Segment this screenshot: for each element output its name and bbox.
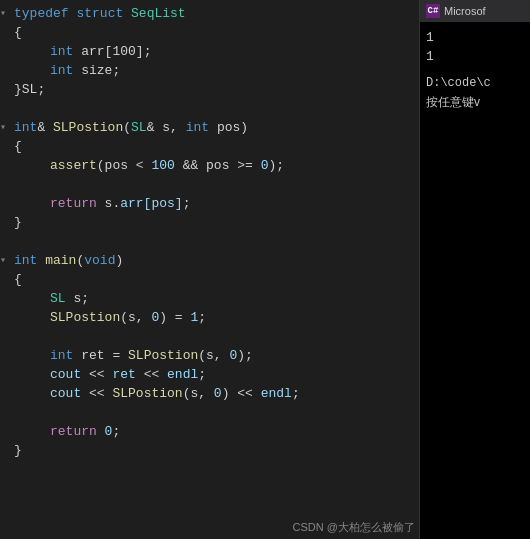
code-line: { bbox=[0, 270, 419, 289]
token: } bbox=[14, 443, 22, 458]
token: ; bbox=[198, 310, 206, 325]
token: >= bbox=[237, 158, 260, 173]
line-content: { bbox=[10, 270, 411, 289]
code-line: int size; bbox=[0, 61, 419, 80]
token: 0 bbox=[261, 158, 269, 173]
code-line: ▾typedef struct SeqList bbox=[0, 4, 419, 23]
token: (s, bbox=[120, 310, 151, 325]
token: ; bbox=[183, 196, 191, 211]
token: size; bbox=[81, 63, 120, 78]
fold-indicator: ▾ bbox=[0, 4, 10, 23]
code-line: ▾int main(void) bbox=[0, 251, 419, 270]
code-line: return s.arr[pos]; bbox=[0, 194, 419, 213]
code-line: { bbox=[0, 137, 419, 156]
token: void bbox=[84, 253, 115, 268]
token: << bbox=[89, 367, 112, 382]
token: int bbox=[14, 253, 45, 268]
token: SLPostion bbox=[112, 386, 182, 401]
token: }SL; bbox=[14, 82, 45, 97]
token: { bbox=[14, 25, 22, 40]
token: & s, bbox=[147, 120, 186, 135]
token: << bbox=[89, 386, 112, 401]
code-line: SL s; bbox=[0, 289, 419, 308]
token: arr[100]; bbox=[81, 44, 151, 59]
token: ; bbox=[112, 424, 120, 439]
fold-indicator: ▾ bbox=[0, 251, 10, 270]
token: ; bbox=[292, 386, 300, 401]
terminal-path: D:\code\c bbox=[426, 74, 524, 93]
terminal-panel: C# Microsof 11D:\code\c按任意键v bbox=[420, 0, 530, 539]
line-content: cout << SLPostion(s, 0) << endl; bbox=[46, 384, 411, 403]
token: { bbox=[14, 139, 22, 154]
line-content: } bbox=[10, 213, 411, 232]
token: SL bbox=[131, 120, 147, 135]
token: typedef bbox=[14, 6, 76, 21]
code-line: int arr[100]; bbox=[0, 42, 419, 61]
line-content: cout << ret << endl; bbox=[46, 365, 411, 384]
token: return bbox=[50, 424, 105, 439]
token: struct bbox=[76, 6, 131, 21]
token: 100 bbox=[151, 158, 182, 173]
terminal-title: Microsof bbox=[444, 5, 486, 17]
token: ) bbox=[115, 253, 123, 268]
token: int bbox=[50, 348, 81, 363]
line-content: }SL; bbox=[10, 80, 411, 99]
token: { bbox=[14, 272, 22, 287]
token: arr[pos] bbox=[120, 196, 182, 211]
token: ret bbox=[112, 367, 143, 382]
code-line: cout << ret << endl; bbox=[0, 365, 419, 384]
token: 0 bbox=[214, 386, 222, 401]
code-line bbox=[0, 99, 419, 118]
token: endl bbox=[261, 386, 292, 401]
terminal-prompt: 按任意键v bbox=[426, 93, 524, 112]
code-line bbox=[0, 403, 419, 422]
terminal-icon: C# bbox=[426, 4, 440, 18]
token: cout bbox=[50, 367, 89, 382]
token: s; bbox=[73, 291, 89, 306]
token: int bbox=[14, 120, 37, 135]
line-content: SL s; bbox=[46, 289, 411, 308]
token: (pos bbox=[97, 158, 136, 173]
editor-panel: ▾typedef struct SeqList{int arr[100];int… bbox=[0, 0, 420, 539]
code-area: ▾typedef struct SeqList{int arr[100];int… bbox=[0, 0, 419, 464]
token: ret = bbox=[81, 348, 128, 363]
token: pos bbox=[206, 158, 237, 173]
token: & bbox=[37, 120, 53, 135]
token: (s, bbox=[198, 348, 229, 363]
token: pos) bbox=[217, 120, 248, 135]
token: int bbox=[186, 120, 217, 135]
token: main bbox=[45, 253, 76, 268]
token: ( bbox=[123, 120, 131, 135]
line-content: { bbox=[10, 23, 411, 42]
code-line: } bbox=[0, 213, 419, 232]
code-line: }SL; bbox=[0, 80, 419, 99]
token: int bbox=[50, 63, 81, 78]
line-content: int size; bbox=[46, 61, 411, 80]
code-line bbox=[0, 232, 419, 251]
line-content: { bbox=[10, 137, 411, 156]
token: ); bbox=[237, 348, 253, 363]
token: SLPostion bbox=[128, 348, 198, 363]
token: SLPostion bbox=[50, 310, 120, 325]
watermark: CSDN @大柏怎么被偷了 bbox=[293, 520, 415, 535]
token: assert bbox=[50, 158, 97, 173]
line-content: int arr[100]; bbox=[46, 42, 411, 61]
code-line: { bbox=[0, 23, 419, 42]
line-content: typedef struct SeqList bbox=[10, 4, 411, 23]
line-content: SLPostion(s, 0) = 1; bbox=[46, 308, 411, 327]
fold-indicator: ▾ bbox=[0, 118, 10, 137]
line-content: return 0; bbox=[46, 422, 411, 441]
line-content: } bbox=[10, 441, 411, 460]
token: ); bbox=[269, 158, 285, 173]
token: < bbox=[136, 158, 152, 173]
code-line: } bbox=[0, 441, 419, 460]
code-line: return 0; bbox=[0, 422, 419, 441]
code-line: cout << SLPostion(s, 0) << endl; bbox=[0, 384, 419, 403]
line-content: int& SLPostion(SL& s, int pos) bbox=[10, 118, 411, 137]
token: << bbox=[144, 367, 167, 382]
token: SL bbox=[50, 291, 73, 306]
token: SeqList bbox=[131, 6, 186, 21]
terminal-output-line: 1 bbox=[426, 47, 524, 66]
token: << bbox=[237, 386, 260, 401]
code-line: assert(pos < 100 && pos >= 0); bbox=[0, 156, 419, 175]
